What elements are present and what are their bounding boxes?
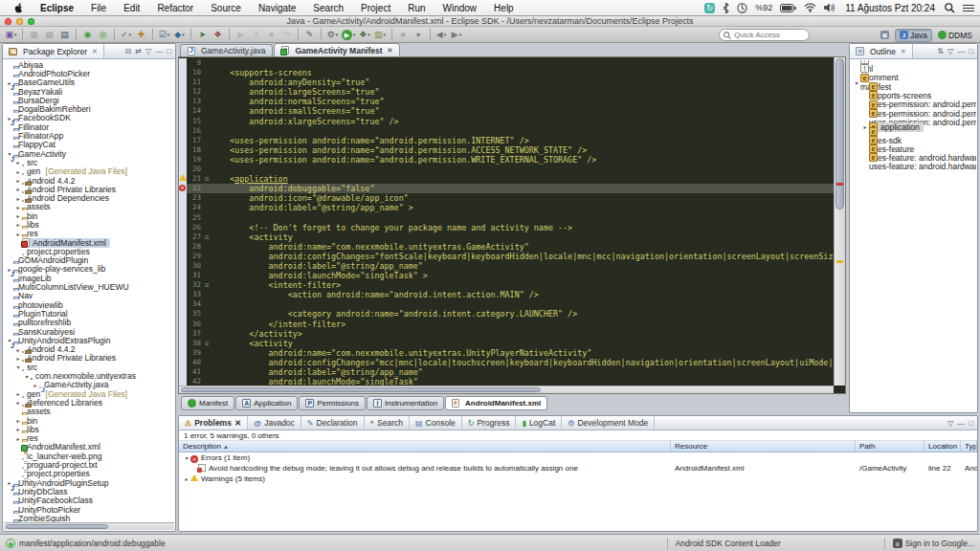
tree-item-libs[interactable]: ▸libs: [3, 425, 174, 433]
tree-item-android-dependencies[interactable]: ▸Android Dependencies: [3, 193, 174, 202]
expand-arrow-icon[interactable]: ▸: [14, 435, 22, 442]
view-tab-search[interactable]: ⌖Search: [365, 416, 410, 430]
tree-item-assets[interactable]: ▸assets: [3, 203, 174, 211]
google-signin-link[interactable]: Sign in to Google...: [905, 539, 974, 548]
view-menu-icon[interactable]: ▽: [947, 47, 953, 55]
editor-vscroll-thumb[interactable]: [835, 58, 844, 209]
tree-item-gameactivity[interactable]: ▾GameActivity: [3, 149, 174, 158]
view-tab-javadoc[interactable]: @Javadoc: [248, 416, 301, 430]
tree-item-androidmanifest-xml[interactable]: AndroidManifest.xml: [3, 443, 174, 452]
expand-arrow-icon[interactable]: ▸: [14, 221, 22, 228]
expand-arrow-icon[interactable]: ▸: [14, 426, 22, 432]
tree-item-assets[interactable]: assets: [3, 408, 174, 416]
fold-marker-icon[interactable]: ⊟: [203, 174, 211, 184]
column-header-location[interactable]: Location: [924, 441, 961, 452]
minimize-icon[interactable]: —: [155, 47, 163, 55]
external-tools-button[interactable]: ⚙▾: [325, 28, 340, 41]
run-external-button[interactable]: ➤: [195, 28, 210, 41]
view-tab-console[interactable]: ▤Console: [410, 416, 462, 430]
battery-icon[interactable]: [780, 4, 796, 12]
tree-item-ic-launcher-web-png[interactable]: ic_launcher-web.png: [3, 452, 174, 460]
expand-arrow-icon[interactable]: ▸: [14, 186, 22, 192]
editor-hscroll-thumb[interactable]: [181, 387, 541, 392]
sync-icon[interactable]: ↻: [704, 3, 715, 13]
tree-item-res[interactable]: ▸res: [3, 230, 174, 238]
view-menu-icon[interactable]: ▽: [947, 419, 953, 428]
step-over-button[interactable]: ↷: [279, 28, 294, 41]
tree-item-res[interactable]: ▸res: [3, 433, 174, 442]
debug-button[interactable]: ❖▾: [358, 28, 372, 41]
avd-manager-button[interactable]: ◎: [96, 28, 110, 41]
tree-item-photoviewlib[interactable]: photoviewlib: [3, 300, 174, 309]
tree-item-sanskurabiyesi[interactable]: SansKurabiyesi: [3, 327, 174, 336]
tree-item-basegameutils[interactable]: ▸BaseGameUtils: [3, 78, 174, 87]
manifest-mode-tab-instrumentation[interactable]: IInstrumentation: [367, 396, 444, 410]
menu-item-file[interactable]: File: [82, 0, 115, 16]
sort-icon[interactable]: ⇅: [937, 47, 944, 55]
tree-item-beyazyakali[interactable]: BeyazYakali: [3, 87, 174, 96]
column-header-description[interactable]: Description▲: [179, 441, 671, 452]
expand-arrow-icon[interactable]: ▸: [32, 382, 39, 388]
editor-hscrollbar[interactable]: [179, 386, 834, 393]
tree-item-androidphotopicker[interactable]: AndroidPhotoPicker: [3, 69, 174, 77]
menubar-clock[interactable]: 11 Ağustos Pzt 20:24: [843, 3, 937, 13]
link-with-editor-icon[interactable]: ⇄: [135, 47, 142, 55]
fold-marker-icon[interactable]: ⊟: [203, 232, 211, 242]
manifest-mode-tab-androidmanifest-xml[interactable]: AndroidManifest.xml: [445, 396, 547, 410]
tree-item-abiyaa[interactable]: Abiyaa: [3, 60, 174, 69]
menu-item-refactor[interactable]: Refactor: [148, 0, 202, 16]
search-button[interactable]: ⌖: [412, 28, 426, 41]
expand-arrow-icon[interactable]: ▸: [14, 212, 22, 219]
perspective-ddms[interactable]: DDMS: [934, 29, 976, 42]
tree-item-pulltorefreshlib[interactable]: pulltorefreshlib: [3, 319, 174, 327]
menu-item-source[interactable]: Source: [202, 0, 250, 16]
menu-item-navigate[interactable]: Navigate: [250, 0, 304, 16]
manifest-mode-tab-manifest[interactable]: Manifest: [181, 396, 234, 410]
tree-item-libs[interactable]: ▸libs: [3, 220, 174, 229]
tree-item-google-play-services-lib[interactable]: ▸google-play-services_lib: [3, 265, 174, 274]
lint-button[interactable]: ✓▾: [119, 28, 133, 41]
menu-item-search[interactable]: Search: [304, 0, 352, 16]
terminate-button[interactable]: ■: [264, 28, 278, 41]
tree-item-unityandroidextrasplugin[interactable]: ▾UnityAndroidExtrasPlugin: [3, 336, 174, 344]
view-tab-logcat[interactable]: ▮LogCat: [516, 416, 562, 430]
tree-item-unitydbclass[interactable]: UnityDbClass: [3, 487, 174, 496]
tree-item-multicolumnlistview-huewu[interactable]: MultiColumnListView_HUEWU: [3, 282, 174, 291]
quick-access-input[interactable]: [734, 31, 801, 39]
tree-item-zombiesquish[interactable]: ZombieSquish: [3, 514, 174, 522]
warning-overview-mark[interactable]: [836, 260, 843, 263]
collapse-all-icon[interactable]: ⊟: [125, 47, 132, 55]
new-wizard-button[interactable]: ▣▾: [4, 28, 18, 41]
tree-item-unityfacebookclass[interactable]: UnityFacebookClass: [3, 496, 174, 505]
outline-item-uses-permission-android-permission-write[interactable]: euses-permission: android.permission.WRI…: [850, 114, 976, 122]
outline-item-uses-feature-android-hardware-touchscree[interactable]: euses-feature: android.hardware.touchscr…: [850, 158, 976, 166]
expand-arrow-icon[interactable]: ▾: [183, 454, 190, 461]
problems-item-row[interactable]: Avoid hardcoding the debug mode; leaving…: [179, 463, 977, 474]
expand-arrow-icon[interactable]: ▸: [14, 390, 22, 397]
expand-arrow-icon[interactable]: ▸: [14, 346, 22, 353]
suspend-button[interactable]: ‖: [249, 28, 263, 41]
tree-item-imagelib[interactable]: imageLib: [3, 274, 174, 282]
close-icon[interactable]: ✕: [234, 418, 241, 428]
debug-attach-button[interactable]: ❖: [211, 28, 225, 41]
expand-arrow-icon[interactable]: ▸: [14, 231, 22, 237]
menu-item-run[interactable]: Run: [399, 0, 434, 16]
spotlight-icon[interactable]: [945, 3, 955, 13]
tree-item-android-4-4-2[interactable]: ▸Android 4.4.2: [3, 345, 174, 354]
close-icon[interactable]: ✕: [901, 48, 906, 55]
save-all-button[interactable]: ▩: [42, 28, 56, 41]
close-icon[interactable]: ✕: [92, 48, 98, 55]
volume-icon[interactable]: [824, 3, 835, 12]
menu-item-window[interactable]: Window: [434, 0, 486, 16]
menu-item-edit[interactable]: Edit: [115, 0, 148, 16]
tree-item-unityandroidpluginsetup[interactable]: ▸UnityAndroidPluginSetup: [3, 478, 174, 487]
tree-item-bin[interactable]: ▸bin: [3, 211, 174, 220]
error-overview-mark[interactable]: [836, 183, 843, 186]
expand-arrow-icon[interactable]: ▾: [14, 364, 22, 370]
view-menu-icon[interactable]: ▽: [145, 47, 151, 55]
problems-group-row[interactable]: ▾✕Errors (1 item): [179, 452, 977, 463]
tree-item-src[interactable]: ▾src: [3, 363, 174, 371]
editor-tab-gameactivity-manifest[interactable]: GameActivity Manifest✕: [274, 43, 400, 56]
error-marker-icon[interactable]: ✕: [179, 185, 186, 191]
tree-item-bursadergi[interactable]: BursaDergi: [3, 96, 174, 104]
